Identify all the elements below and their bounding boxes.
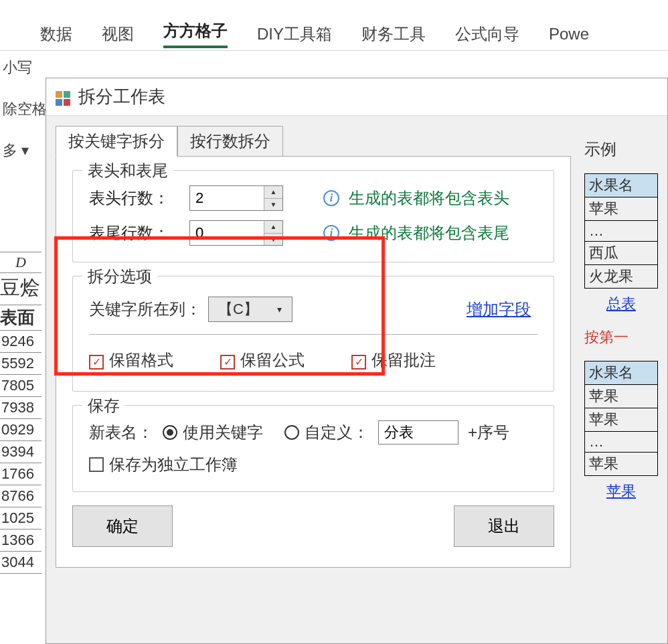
spin-up-icon[interactable]: ▲ (264, 221, 282, 234)
cell[interactable]: 8766 (0, 485, 41, 507)
svg-rect-0 (56, 91, 62, 98)
tail-rows-spinner[interactable]: ▲ ▼ (189, 220, 283, 246)
tail-rows-input[interactable] (190, 221, 264, 245)
spin-down-icon[interactable]: ▼ (264, 199, 282, 211)
info-icon: i (323, 190, 339, 206)
key-column-combo[interactable]: 【C】 ▾ (208, 297, 293, 322)
example-caption-apple: 苹果 (584, 481, 658, 501)
spin-up-icon[interactable]: ▲ (264, 186, 282, 199)
split-options-legend: 拆分选项 (82, 266, 157, 287)
ribbon-tab-view[interactable]: 视图 (102, 23, 134, 45)
ribbon-tab-diy[interactable]: DIY工具箱 (257, 23, 332, 45)
add-field-link[interactable]: 增加字段 (467, 299, 531, 320)
ribbon-tabs: 数据 视图 方方格子 DIY工具箱 财务工具 公式向导 Powe (0, 17, 668, 51)
new-name-label: 新表名： (89, 422, 153, 443)
head-rows-input[interactable] (190, 186, 264, 210)
save-independent-checkbox[interactable]: 保存为独立工作簿 (89, 454, 238, 475)
cell[interactable]: 9394 (0, 441, 41, 463)
dialog-title-text: 拆分工作表 (78, 85, 165, 108)
cell[interactable]: 1025 (0, 507, 41, 530)
column-header-d[interactable]: D (0, 252, 41, 273)
keep-format-checkbox[interactable]: 保留格式 (89, 349, 173, 371)
cell[interactable]: 1366 (0, 530, 41, 552)
example-table-total: 水果名 苹果 … 西瓜 火龙果 (584, 173, 658, 289)
ribbon-btn-case[interactable]: 小写 (3, 58, 41, 78)
chevron-down-icon[interactable]: ▾ (268, 297, 292, 321)
cell[interactable]: 7938 (0, 397, 41, 419)
example-title: 示例 (584, 139, 658, 160)
info-icon: i (323, 225, 339, 241)
keep-comment-checkbox[interactable]: 保留批注 (351, 349, 436, 371)
tab-by-keyword[interactable]: 按关键字拆分 (56, 126, 177, 157)
head-hint: 生成的表都将包含表头 (349, 187, 509, 209)
ribbon-tab-data[interactable]: 数据 (40, 23, 72, 45)
split-worksheet-dialog: 拆分工作表 按关键字拆分 按行数拆分 表头和表尾 表头行数： ▲ ▼ (46, 78, 668, 644)
cell[interactable]: 5592 (0, 353, 41, 375)
cell[interactable]: 3044 (0, 552, 41, 574)
spin-down-icon[interactable]: ▼ (264, 234, 282, 246)
ribbon-btn-trim[interactable]: 除空格 (3, 99, 41, 119)
head-rows-label: 表头行数： (89, 187, 189, 209)
ribbon-tab-formula[interactable]: 公式向导 (455, 23, 519, 45)
worksheet-column: D 豆烩 表面 9246 5592 7805 7938 0929 9394 17… (0, 252, 41, 574)
tail-rows-label: 表尾行数： (89, 222, 189, 244)
example-red-text: 按第一 (584, 327, 658, 347)
example-table-apple: 水果名 苹果 苹果 … 苹果 (584, 361, 658, 476)
ok-button[interactable]: 确定 (72, 505, 173, 547)
radio-custom[interactable]: 自定义： (284, 422, 369, 443)
tab-by-rows[interactable]: 按行数拆分 (177, 126, 283, 157)
dialog-icon (56, 90, 70, 104)
suffix-label: +序号 (468, 422, 509, 443)
cell[interactable]: 0929 (0, 419, 41, 441)
custom-name-input[interactable] (378, 420, 458, 445)
svg-rect-3 (64, 99, 70, 106)
svg-rect-1 (64, 91, 70, 98)
ribbon-btn-more[interactable]: 多 ▾ (3, 141, 41, 161)
example-caption-total: 总表 (584, 294, 658, 314)
key-column-label: 关键字所在列： (89, 299, 201, 320)
head-rows-spinner[interactable]: ▲ ▼ (189, 185, 283, 211)
key-column-value: 【C】 (209, 299, 268, 319)
header-footer-legend: 表头和表尾 (82, 160, 173, 181)
exit-button[interactable]: 退出 (454, 505, 554, 547)
svg-rect-2 (56, 99, 62, 106)
cell[interactable]: 7805 (0, 375, 41, 397)
cell[interactable]: 1766 (0, 463, 41, 485)
cell[interactable]: 9246 (0, 331, 41, 353)
radio-use-keyword[interactable]: 使用关键字 (163, 422, 263, 443)
keep-formula-checkbox[interactable]: 保留公式 (220, 349, 305, 371)
tail-hint: 生成的表都将包含表尾 (349, 222, 509, 244)
ribbon-tab-ffgezi[interactable]: 方方格子 (163, 20, 228, 48)
cell[interactable]: 豆烩 (0, 273, 41, 305)
save-legend: 保存 (82, 395, 125, 416)
ribbon-tab-finance[interactable]: 财务工具 (361, 23, 426, 45)
cell[interactable]: 表面 (0, 305, 41, 331)
ribbon-tab-power[interactable]: Powe (549, 25, 589, 44)
